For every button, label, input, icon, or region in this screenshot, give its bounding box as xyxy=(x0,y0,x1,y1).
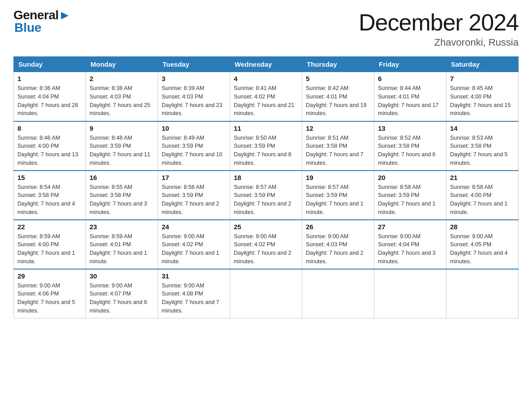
calendar-cell: 27Sunrise: 9:00 AMSunset: 4:04 PMDayligh… xyxy=(374,220,446,269)
calendar-cell: 19Sunrise: 8:57 AMSunset: 3:59 PMDayligh… xyxy=(302,171,374,220)
day-number: 26 xyxy=(306,223,370,231)
cell-info: Sunrise: 8:39 AMSunset: 4:03 PMDaylight:… xyxy=(162,85,223,116)
day-number: 17 xyxy=(162,174,226,181)
calendar-cell: 22Sunrise: 8:59 AMSunset: 4:00 PMDayligh… xyxy=(14,220,86,269)
day-number: 27 xyxy=(378,223,442,231)
cell-info: Sunrise: 8:50 AMSunset: 3:59 PMDaylight:… xyxy=(234,135,292,166)
day-number: 22 xyxy=(17,223,82,231)
calendar-cell: 15Sunrise: 8:54 AMSunset: 3:58 PMDayligh… xyxy=(14,171,86,220)
calendar-cell: 5Sunrise: 8:42 AMSunset: 4:01 PMDaylight… xyxy=(302,72,374,121)
calendar-cell: 2Sunrise: 8:38 AMSunset: 4:03 PMDaylight… xyxy=(86,72,158,121)
calendar-cell: 21Sunrise: 8:58 AMSunset: 4:00 PMDayligh… xyxy=(446,171,519,220)
cell-info: Sunrise: 8:51 AMSunset: 3:58 PMDaylight:… xyxy=(306,135,364,166)
calendar-week-1: 1Sunrise: 8:36 AMSunset: 4:04 PMDaylight… xyxy=(14,72,519,121)
calendar-cell: 26Sunrise: 9:00 AMSunset: 4:03 PMDayligh… xyxy=(302,220,374,269)
calendar-week-3: 15Sunrise: 8:54 AMSunset: 3:58 PMDayligh… xyxy=(14,171,519,220)
day-number: 29 xyxy=(17,272,82,280)
title-block: December 2024 Zhavoronki, Russia xyxy=(359,9,519,48)
day-number: 1 xyxy=(17,75,82,82)
calendar-week-2: 8Sunrise: 8:46 AMSunset: 4:00 PMDaylight… xyxy=(14,121,519,171)
cell-info: Sunrise: 8:45 AMSunset: 4:00 PMDaylight:… xyxy=(450,85,511,116)
col-header-saturday: Saturday xyxy=(446,57,519,72)
calendar-cell: 11Sunrise: 8:50 AMSunset: 3:59 PMDayligh… xyxy=(230,121,302,171)
calendar-cell: 8Sunrise: 8:46 AMSunset: 4:00 PMDaylight… xyxy=(14,121,86,171)
location: Zhavoronki, Russia xyxy=(359,37,519,48)
calendar-cell: 23Sunrise: 8:59 AMSunset: 4:01 PMDayligh… xyxy=(86,220,158,269)
month-title: December 2024 xyxy=(359,9,519,36)
cell-info: Sunrise: 8:57 AMSunset: 3:59 PMDaylight:… xyxy=(234,184,292,215)
calendar-cell: 18Sunrise: 8:57 AMSunset: 3:59 PMDayligh… xyxy=(230,171,302,220)
cell-info: Sunrise: 8:48 AMSunset: 3:59 PMDaylight:… xyxy=(90,135,150,166)
cell-info: Sunrise: 8:57 AMSunset: 3:59 PMDaylight:… xyxy=(306,184,364,215)
cell-info: Sunrise: 8:36 AMSunset: 4:04 PMDaylight:… xyxy=(17,85,78,116)
cell-info: Sunrise: 9:00 AMSunset: 4:05 PMDaylight:… xyxy=(450,233,508,265)
day-number: 9 xyxy=(90,124,154,132)
day-number: 8 xyxy=(17,124,82,132)
cell-info: Sunrise: 9:00 AMSunset: 4:04 PMDaylight:… xyxy=(378,233,436,265)
day-number: 19 xyxy=(306,174,370,181)
day-number: 31 xyxy=(162,272,226,280)
col-header-wednesday: Wednesday xyxy=(230,57,302,72)
cell-info: Sunrise: 9:00 AMSunset: 4:06 PMDaylight:… xyxy=(17,283,75,314)
cell-info: Sunrise: 8:42 AMSunset: 4:01 PMDaylight:… xyxy=(306,85,367,116)
day-number: 21 xyxy=(450,174,515,181)
logo-text-general: General► xyxy=(13,9,71,21)
calendar-cell: 10Sunrise: 8:49 AMSunset: 3:59 PMDayligh… xyxy=(158,121,230,171)
day-number: 23 xyxy=(90,223,154,231)
cell-info: Sunrise: 8:59 AMSunset: 4:00 PMDaylight:… xyxy=(17,233,75,265)
calendar-cell: 25Sunrise: 9:00 AMSunset: 4:02 PMDayligh… xyxy=(230,220,302,269)
calendar-cell: 12Sunrise: 8:51 AMSunset: 3:58 PMDayligh… xyxy=(302,121,374,171)
cell-info: Sunrise: 9:00 AMSunset: 4:08 PMDaylight:… xyxy=(162,283,219,314)
calendar-cell: 13Sunrise: 8:52 AMSunset: 3:58 PMDayligh… xyxy=(374,121,446,171)
day-number: 11 xyxy=(234,124,298,132)
cell-info: Sunrise: 8:54 AMSunset: 3:58 PMDaylight:… xyxy=(17,184,75,215)
calendar-cell: 17Sunrise: 8:56 AMSunset: 3:59 PMDayligh… xyxy=(158,171,230,220)
page-header: General► Blue December 2024 Zhavoronki, … xyxy=(13,9,519,48)
cell-info: Sunrise: 8:53 AMSunset: 3:58 PMDaylight:… xyxy=(450,135,508,166)
cell-info: Sunrise: 8:44 AMSunset: 4:01 PMDaylight:… xyxy=(378,85,439,116)
calendar-cell: 1Sunrise: 8:36 AMSunset: 4:04 PMDaylight… xyxy=(14,72,86,121)
calendar-cell: 30Sunrise: 9:00 AMSunset: 4:07 PMDayligh… xyxy=(86,269,158,318)
calendar-cell xyxy=(230,269,302,318)
calendar-cell: 14Sunrise: 8:53 AMSunset: 3:58 PMDayligh… xyxy=(446,121,519,171)
calendar-cell xyxy=(302,269,374,318)
day-number: 5 xyxy=(306,75,370,82)
calendar-cell: 24Sunrise: 9:00 AMSunset: 4:02 PMDayligh… xyxy=(158,220,230,269)
cell-info: Sunrise: 8:38 AMSunset: 4:03 PMDaylight:… xyxy=(90,85,150,116)
calendar-cell: 28Sunrise: 9:00 AMSunset: 4:05 PMDayligh… xyxy=(446,220,519,269)
day-number: 30 xyxy=(90,272,154,280)
day-number: 10 xyxy=(162,124,226,132)
day-number: 20 xyxy=(378,174,442,181)
col-header-thursday: Thursday xyxy=(302,57,374,72)
logo-text-blue: Blue xyxy=(14,21,71,34)
day-number: 16 xyxy=(90,174,154,181)
calendar-cell xyxy=(374,269,446,318)
col-header-friday: Friday xyxy=(374,57,446,72)
calendar-cell: 16Sunrise: 8:55 AMSunset: 3:58 PMDayligh… xyxy=(86,171,158,220)
cell-info: Sunrise: 8:49 AMSunset: 3:59 PMDaylight:… xyxy=(162,135,223,166)
cell-info: Sunrise: 8:52 AMSunset: 3:58 PMDaylight:… xyxy=(378,135,436,166)
calendar-cell: 7Sunrise: 8:45 AMSunset: 4:00 PMDaylight… xyxy=(446,72,519,121)
cell-info: Sunrise: 8:55 AMSunset: 3:58 PMDaylight:… xyxy=(90,184,147,215)
calendar-cell: 4Sunrise: 8:41 AMSunset: 4:02 PMDaylight… xyxy=(230,72,302,121)
day-number: 28 xyxy=(450,223,515,231)
calendar-cell: 29Sunrise: 9:00 AMSunset: 4:06 PMDayligh… xyxy=(14,269,86,318)
calendar-week-5: 29Sunrise: 9:00 AMSunset: 4:06 PMDayligh… xyxy=(14,269,519,318)
day-number: 6 xyxy=(378,75,442,82)
cell-info: Sunrise: 8:59 AMSunset: 4:01 PMDaylight:… xyxy=(90,233,147,265)
day-number: 2 xyxy=(90,75,154,82)
day-number: 14 xyxy=(450,124,515,132)
cell-info: Sunrise: 8:41 AMSunset: 4:02 PMDaylight:… xyxy=(234,85,295,116)
calendar-table: Sunday Monday Tuesday Wednesday Thursday… xyxy=(13,56,519,318)
cell-info: Sunrise: 9:00 AMSunset: 4:02 PMDaylight:… xyxy=(234,233,292,265)
cell-info: Sunrise: 8:58 AMSunset: 4:00 PMDaylight:… xyxy=(450,184,508,215)
cell-info: Sunrise: 8:56 AMSunset: 3:59 PMDaylight:… xyxy=(162,184,219,215)
day-number: 24 xyxy=(162,223,226,231)
calendar-week-4: 22Sunrise: 8:59 AMSunset: 4:00 PMDayligh… xyxy=(14,220,519,269)
day-number: 7 xyxy=(450,75,515,82)
cell-info: Sunrise: 9:00 AMSunset: 4:03 PMDaylight:… xyxy=(306,233,364,265)
col-header-monday: Monday xyxy=(86,57,158,72)
cell-info: Sunrise: 8:46 AMSunset: 4:00 PMDaylight:… xyxy=(17,135,78,166)
cell-info: Sunrise: 9:00 AMSunset: 4:07 PMDaylight:… xyxy=(90,283,147,314)
day-number: 15 xyxy=(17,174,82,181)
